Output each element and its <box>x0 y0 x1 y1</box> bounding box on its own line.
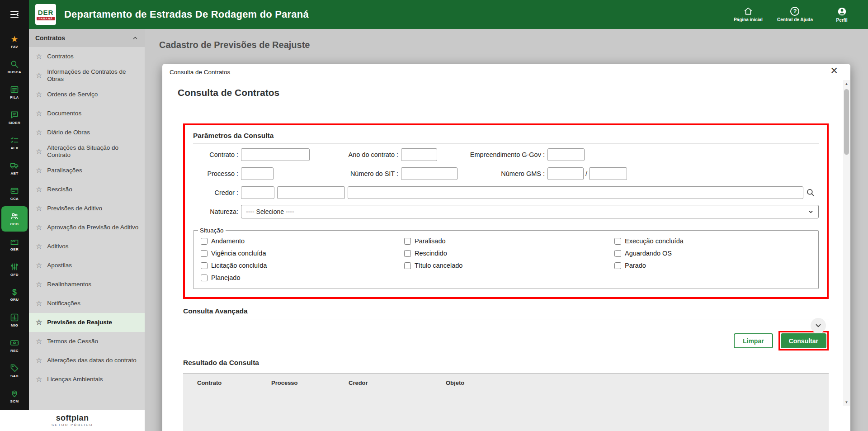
rail-item-mig[interactable]: MIG <box>1 308 28 333</box>
rail-item-sider[interactable]: SIDER <box>1 105 28 130</box>
rail-item-scm[interactable]: SCM <box>1 384 28 409</box>
numero-sit-input[interactable] <box>401 167 458 180</box>
processo-input[interactable] <box>241 167 274 180</box>
scroll-down-icon[interactable]: ▼ <box>843 398 850 406</box>
rail-item-aet[interactable]: AET <box>1 156 28 181</box>
scroll-up-icon[interactable]: ▲ <box>843 80 850 87</box>
checkbox-input[interactable] <box>201 275 208 281</box>
sidebar-item-informacoes-contratos-obras[interactable]: ☆Informações de Contratos de Obras <box>29 66 145 85</box>
sidebar-item-notificacoes[interactable]: ☆Notificações <box>29 294 145 313</box>
sidebar-item-realinhamentos[interactable]: ☆Realinhamentos <box>29 275 145 294</box>
star-outline-icon: ☆ <box>36 109 42 118</box>
chevron-up-icon <box>132 35 138 41</box>
rail-item-label: SCM <box>10 399 19 403</box>
checkbox-input[interactable] <box>614 238 621 245</box>
credor-search-button[interactable] <box>806 188 815 199</box>
search-icon <box>10 60 19 69</box>
credor-name-input[interactable] <box>348 186 803 199</box>
sidebar-item-previsoes-aditivo[interactable]: ☆Previsões de Aditivo <box>29 199 145 218</box>
contrato-input[interactable] <box>241 148 310 161</box>
sidebar-item-ordens-servico[interactable]: ☆Ordens de Serviço <box>29 85 145 104</box>
expand-advanced-button[interactable] <box>811 318 826 333</box>
sidebar-item-rescisao[interactable]: ☆Rescisão <box>29 180 145 199</box>
checkbox-andamento[interactable]: Andamento <box>201 237 404 245</box>
credor-doc-input[interactable] <box>277 186 345 199</box>
checkbox-input[interactable] <box>201 262 208 269</box>
form-row-4: Natureza: ---- Selecione ---- <box>193 204 819 221</box>
rail-item-busca[interactable]: BUSCA <box>1 54 28 80</box>
sidebar-item-label: Aprovação da Previsão de Aditivo <box>47 224 138 231</box>
checkbox-rescindido[interactable]: Rescindido <box>404 250 614 257</box>
checkbox-input[interactable] <box>614 250 621 257</box>
column-header-processo: Processo <box>271 379 349 431</box>
menu-icon[interactable] <box>0 0 29 29</box>
sidebar-item-diario-obras[interactable]: ☆Diário de Obras <box>29 123 145 142</box>
rail-item-ger[interactable]: GER <box>1 232 28 257</box>
modal-scrollbar[interactable]: ▲ ▼ <box>843 80 850 406</box>
rail-item-cco[interactable]: CCO <box>1 206 28 232</box>
sidebar-item-paralisacoes[interactable]: ☆Paralisações <box>29 161 145 180</box>
sidebar-item-alteracoes-situacao-contrato[interactable]: ☆Alterações da Situação do Contrato <box>29 142 145 161</box>
form-row-3: Credor : <box>193 185 819 202</box>
sidebar-item-contratos[interactable]: ☆Contratos <box>29 47 145 66</box>
sidebar-item-label: Aditivos <box>47 243 68 250</box>
star-outline-icon: ☆ <box>36 356 42 365</box>
limpar-button[interactable]: Limpar <box>734 333 773 348</box>
rail-item-sad[interactable]: SAD <box>1 358 28 384</box>
rail-item-alx[interactable]: ALX <box>1 130 28 156</box>
sidebar-group-header[interactable]: Contratos <box>29 29 145 47</box>
sidebar-item-alteracoes-datas-contrato[interactable]: ☆Alterações das datas do contrato <box>29 351 145 370</box>
checkbox-paralisado[interactable]: Paralisado <box>404 237 614 245</box>
checkbox-vigencia-concluida[interactable]: Vigência concluída <box>201 250 404 257</box>
rail-item-fav[interactable]: ★ FAV <box>1 29 28 54</box>
form-row-2: Processo : Número do SIT : Número GMS : … <box>193 166 819 183</box>
numero-gms-input-2[interactable] <box>589 167 627 180</box>
rail-item-label: GER <box>10 247 19 251</box>
natureza-select[interactable]: ---- Selecione ---- <box>241 205 819 218</box>
checkbox-execucao-concluida[interactable]: Execução concluída <box>614 237 812 245</box>
scrollbar-thumb[interactable] <box>844 89 849 155</box>
home-button[interactable]: Página inicial <box>732 7 764 22</box>
checkbox-input[interactable] <box>614 262 621 269</box>
sidebar-item-apostilas[interactable]: ☆Apostilas <box>29 256 145 275</box>
checkbox-label: Vigência concluída <box>211 250 266 257</box>
sidebar-contratos: Contratos ☆Contratos ☆Informações de Con… <box>29 29 145 410</box>
der-logo: DER PARANÁ <box>35 4 56 25</box>
sidebar-item-licencas-ambientais[interactable]: ☆Licenças Ambientais <box>29 370 145 389</box>
checkbox-planejado[interactable]: Planejado <box>201 274 404 281</box>
checkbox-titulo-cancelado[interactable]: Título cancelado <box>404 262 614 269</box>
rail-item-cca[interactable]: CCA <box>1 181 28 206</box>
rail-item-gfd[interactable]: GFD <box>1 257 28 282</box>
profile-button[interactable]: Perfil <box>826 7 858 23</box>
numero-gms-input-1[interactable] <box>547 167 584 180</box>
softplan-footer: softplan SETOR PÚBLICO <box>0 410 145 431</box>
rail-item-rec[interactable]: REC <box>1 333 28 358</box>
sidebar-item-aprovacao-previsao-aditivo[interactable]: ☆Aprovação da Previsão de Aditivo <box>29 218 145 237</box>
sidebar-item-previsoes-reajuste[interactable]: ☆Previsões de Reajuste <box>29 313 145 332</box>
checkbox-input[interactable] <box>404 250 411 257</box>
help-label: Central de Ajuda <box>777 17 813 22</box>
empreendimento-input[interactable] <box>547 148 585 161</box>
checkbox-label: Planejado <box>211 274 241 281</box>
checkbox-input[interactable] <box>404 238 411 245</box>
checkbox-input[interactable] <box>201 238 208 245</box>
form-row-1: Contrato : Ano do contrato : Empreendime… <box>193 147 819 164</box>
credor-code-input[interactable] <box>241 186 274 199</box>
rail-item-fila[interactable]: FILA <box>1 80 28 105</box>
sidebar-item-aditivos[interactable]: ☆Aditivos <box>29 237 145 256</box>
checkbox-licitacao-concluida[interactable]: Licitação concluída <box>201 262 404 269</box>
ano-contrato-input[interactable] <box>401 148 437 161</box>
sidebar-item-termos-cessao[interactable]: ☆Termos de Cessão <box>29 332 145 351</box>
sidebar-item-label: Rescisão <box>47 186 72 193</box>
close-icon[interactable]: × <box>830 65 838 77</box>
checkbox-parado[interactable]: Parado <box>614 262 812 269</box>
checkbox-aguardando-os[interactable]: Aguardando OS <box>614 250 812 257</box>
rail-item-label: ALX <box>10 146 18 150</box>
checkbox-input[interactable] <box>404 262 411 269</box>
checkbox-input[interactable] <box>201 250 208 257</box>
consultar-button[interactable]: Consultar <box>781 333 826 348</box>
help-button[interactable]: ? Central de Ajuda <box>777 7 813 22</box>
rail-item-gru[interactable]: $ GRU <box>1 282 28 308</box>
profile-label: Perfil <box>836 18 847 23</box>
sidebar-item-documentos[interactable]: ☆Documentos <box>29 104 145 123</box>
